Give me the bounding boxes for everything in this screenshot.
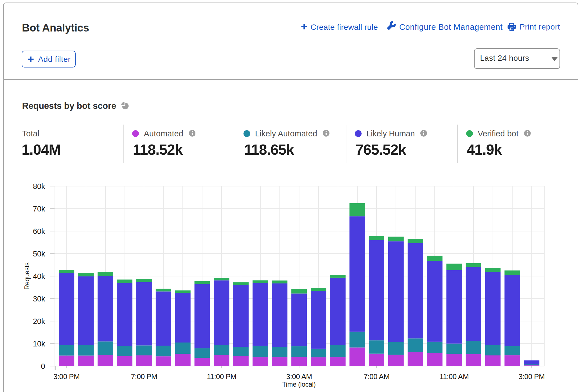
svg-text:11:00 AM: 11:00 AM (439, 372, 469, 381)
svg-text:30k: 30k (33, 295, 45, 303)
svg-text:7:00 AM: 7:00 AM (364, 372, 389, 381)
svg-text:80k: 80k (33, 182, 45, 191)
svg-text:20k: 20k (33, 317, 45, 326)
svg-text:11:00 PM: 11:00 PM (207, 372, 236, 381)
svg-text:50k: 50k (33, 250, 45, 258)
svg-text:70k: 70k (33, 205, 45, 213)
svg-text:7:00 PM: 7:00 PM (131, 372, 157, 381)
svg-text:3:00 AM: 3:00 AM (286, 372, 312, 381)
svg-text:40k: 40k (33, 272, 45, 281)
svg-text:0: 0 (41, 362, 45, 371)
svg-text:Requests: Requests (23, 262, 31, 290)
svg-text:10k: 10k (33, 340, 45, 348)
svg-text:3:00 PM: 3:00 PM (518, 372, 545, 381)
svg-text:Time (local): Time (local) (282, 380, 315, 388)
svg-text:3:00 PM: 3:00 PM (53, 372, 80, 381)
svg-text:60k: 60k (33, 227, 45, 236)
